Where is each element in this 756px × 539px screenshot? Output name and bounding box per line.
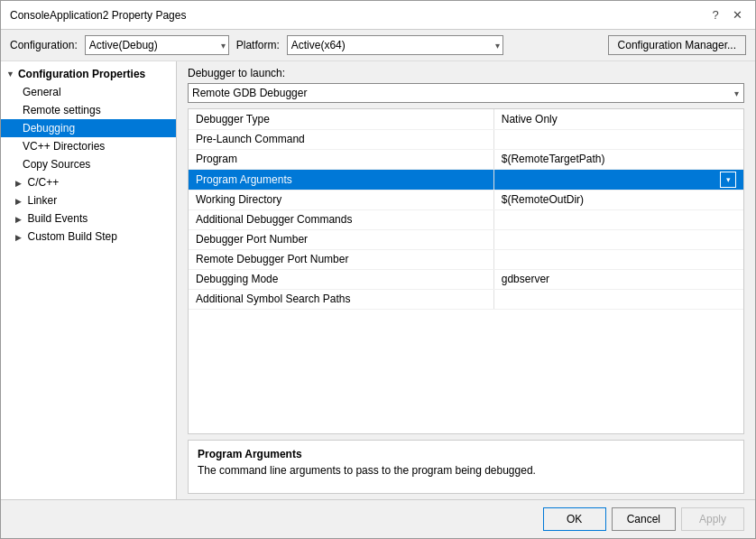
debugger-select-row: Remote GDB Debugger xyxy=(177,83,755,108)
custom-build-expand-icon: ▶ xyxy=(15,233,24,242)
debugger-select-wrapper: Remote GDB Debugger xyxy=(188,83,744,103)
table-row[interactable]: Pre-Launch Command xyxy=(189,129,743,149)
platform-select[interactable]: Active(x64) xyxy=(287,35,503,55)
config-select-wrapper: Active(Debug) xyxy=(85,35,229,55)
help-button[interactable]: ? xyxy=(706,6,724,24)
config-manager-button[interactable]: Configuration Manager... xyxy=(608,35,746,55)
debugger-select[interactable]: Remote GDB Debugger xyxy=(188,83,744,103)
table-row[interactable]: Debugger TypeNative Only xyxy=(189,109,743,129)
config-label: Configuration: xyxy=(10,39,78,51)
sidebar-root-label: Configuration Properties xyxy=(18,68,145,80)
table-row[interactable]: Program$(RemoteTargetPath) xyxy=(189,149,743,169)
config-select[interactable]: Active(Debug) xyxy=(85,35,229,55)
cpp-expand-icon: ▶ xyxy=(15,179,24,188)
cancel-button[interactable]: Cancel xyxy=(612,507,676,531)
sidebar-item-build-events[interactable]: ▶ Build Events xyxy=(1,209,176,228)
sidebar-item-vc-directories[interactable]: VC++ Directories xyxy=(1,137,176,155)
title-bar: ConsoleApplication2 Property Pages ? ✕ xyxy=(1,1,755,30)
sidebar-item-general[interactable]: General xyxy=(1,83,176,101)
debugger-label: Debugger to launch: xyxy=(177,61,755,83)
main-content: ▼ Configuration Properties General Remot… xyxy=(1,61,755,499)
build-events-expand-icon: ▶ xyxy=(15,215,24,224)
sidebar-root[interactable]: ▼ Configuration Properties xyxy=(1,65,176,83)
sidebar-item-copy-sources[interactable]: Copy Sources xyxy=(1,155,176,173)
close-button[interactable]: ✕ xyxy=(728,6,746,24)
ok-button[interactable]: OK xyxy=(543,507,606,531)
dialog-title: ConsoleApplication2 Property Pages xyxy=(10,9,186,22)
prop-dropdown-btn[interactable]: ▾ xyxy=(720,172,736,188)
sidebar: ▼ Configuration Properties General Remot… xyxy=(1,61,177,499)
linker-expand-icon: ▶ xyxy=(15,197,24,206)
properties-table-container: Debugger TypeNative OnlyPre-Launch Comma… xyxy=(188,108,744,434)
table-row[interactable]: Remote Debugger Port Number xyxy=(189,249,743,269)
footer: OK Cancel Apply xyxy=(1,499,755,538)
info-description: The command line arguments to pass to th… xyxy=(198,464,734,477)
sidebar-item-debugging[interactable]: Debugging xyxy=(1,119,176,137)
config-row: Configuration: Active(Debug) Platform: A… xyxy=(1,30,755,61)
expand-icon: ▼ xyxy=(6,70,14,79)
platform-label: Platform: xyxy=(236,39,280,51)
title-controls: ? ✕ xyxy=(706,6,746,24)
sidebar-item-linker[interactable]: ▶ Linker xyxy=(1,191,176,209)
table-row[interactable]: Additional Symbol Search Paths xyxy=(189,289,743,309)
sidebar-item-custom-build-step[interactable]: ▶ Custom Build Step xyxy=(1,228,176,246)
properties-table: Debugger TypeNative OnlyPre-Launch Comma… xyxy=(189,109,743,310)
right-panel: Debugger to launch: Remote GDB Debugger … xyxy=(177,61,755,499)
table-row[interactable]: Debugger Port Number xyxy=(189,229,743,249)
property-pages-dialog: ConsoleApplication2 Property Pages ? ✕ C… xyxy=(0,0,756,539)
apply-button[interactable]: Apply xyxy=(681,507,744,531)
table-row[interactable]: Working Directory$(RemoteOutDir) xyxy=(189,190,743,209)
info-panel: Program Arguments The command line argum… xyxy=(188,440,744,494)
table-row[interactable]: Program Arguments▾ xyxy=(189,169,743,190)
table-row[interactable]: Debugging Modegdbserver xyxy=(189,269,743,289)
table-row[interactable]: Additional Debugger Commands xyxy=(189,209,743,229)
info-title: Program Arguments xyxy=(198,448,734,460)
platform-select-wrapper: Active(x64) xyxy=(287,35,503,55)
sidebar-item-cpp[interactable]: ▶ C/C++ xyxy=(1,173,176,191)
sidebar-item-remote-settings[interactable]: Remote settings xyxy=(1,101,176,119)
